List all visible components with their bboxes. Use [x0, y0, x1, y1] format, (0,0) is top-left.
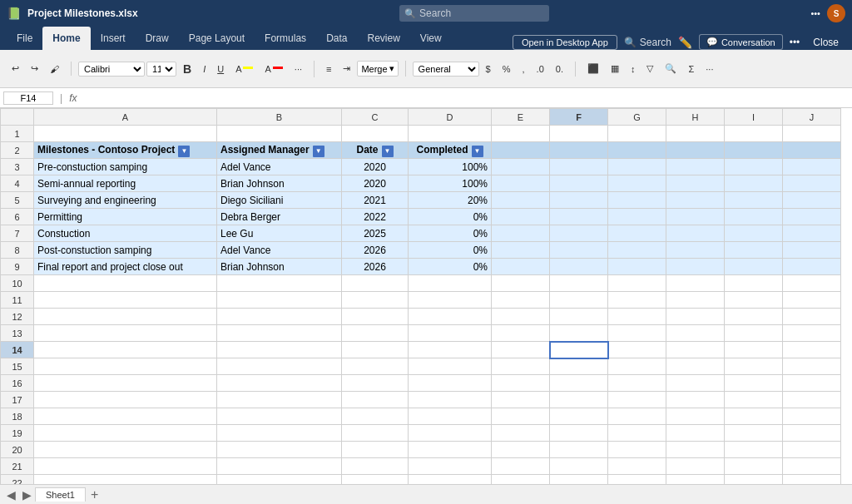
- cell-8-1[interactable]: Adel Vance: [217, 242, 342, 259]
- cell-18-1[interactable]: [217, 408, 342, 425]
- cell-8-0[interactable]: Post-constuction samping: [34, 242, 217, 259]
- search-tab[interactable]: 🔍 Search: [624, 37, 671, 48]
- cell-3-2[interactable]: 2020: [342, 159, 409, 175]
- cell-3-3[interactable]: 100%: [409, 159, 492, 175]
- cell-22-4[interactable]: [492, 475, 550, 485]
- cell-7-9[interactable]: [783, 225, 841, 242]
- col-header-g[interactable]: G: [608, 109, 666, 126]
- merge-btn[interactable]: Merge ▾: [357, 61, 398, 77]
- row-header-4[interactable]: 4: [1, 175, 34, 192]
- spreadsheet[interactable]: A B C D E F G H I J 12Milestones - Conto…: [0, 108, 852, 484]
- cell-19-1[interactable]: [217, 425, 342, 442]
- cell-6-9[interactable]: [783, 209, 841, 225]
- font-more-btn[interactable]: ···: [290, 62, 307, 76]
- cell-12-5[interactable]: [550, 309, 608, 325]
- cell-21-1[interactable]: [217, 458, 342, 475]
- cell-15-7[interactable]: [666, 358, 725, 375]
- cell-16-1[interactable]: [217, 375, 342, 392]
- format-painter-btn[interactable]: 🖌: [45, 62, 64, 76]
- more-options-btn[interactable]: •••: [810, 8, 820, 18]
- cell-21-9[interactable]: [783, 458, 841, 475]
- row-header-19[interactable]: 19: [1, 425, 34, 442]
- cell-12-2[interactable]: [342, 309, 409, 325]
- cell-8-3[interactable]: 0%: [409, 242, 492, 259]
- row-header-14[interactable]: 14: [1, 342, 34, 358]
- cell-22-2[interactable]: [342, 475, 409, 485]
- cell-7-6[interactable]: [608, 225, 666, 242]
- cell-6-3[interactable]: 0%: [409, 209, 492, 225]
- conversation-btn[interactable]: 💬 Conversation: [699, 34, 783, 50]
- cell-18-4[interactable]: [492, 408, 550, 425]
- decrease-decimal-btn[interactable]: 0.: [551, 62, 568, 76]
- cell-20-9[interactable]: [783, 442, 841, 458]
- cell-6-6[interactable]: [608, 209, 666, 225]
- filter-dropdown-b[interactable]: ▼: [313, 146, 324, 157]
- row-header-15[interactable]: 15: [1, 358, 34, 375]
- cell-7-0[interactable]: Constuction: [34, 225, 217, 242]
- cell-11-4[interactable]: [492, 292, 550, 309]
- sheet-nav-right-btn[interactable]: ▶: [19, 488, 35, 502]
- col-header-e[interactable]: E: [492, 109, 550, 126]
- fill-color-btn[interactable]: A: [230, 62, 258, 76]
- cell-21-6[interactable]: [608, 458, 666, 475]
- row-header-9[interactable]: 9: [1, 259, 34, 275]
- cell-9-4[interactable]: [492, 259, 550, 275]
- cell-21-8[interactable]: [725, 458, 783, 475]
- cell-2-9[interactable]: [783, 142, 841, 159]
- tab-draw[interactable]: Draw: [136, 27, 179, 50]
- cell-1-0[interactable]: [34, 126, 217, 142]
- cell-5-9[interactable]: [783, 192, 841, 209]
- row-header-22[interactable]: 22: [1, 475, 34, 485]
- cell-13-3[interactable]: [409, 325, 492, 342]
- find-btn[interactable]: 🔍: [660, 62, 681, 76]
- cell-1-2[interactable]: [342, 126, 409, 142]
- cell-11-8[interactable]: [725, 292, 783, 309]
- cell-6-4[interactable]: [492, 209, 550, 225]
- cell-5-4[interactable]: [492, 192, 550, 209]
- cell-10-7[interactable]: [666, 275, 725, 292]
- cell-14-7[interactable]: [666, 342, 725, 358]
- tab-page-layout[interactable]: Page Layout: [179, 27, 255, 50]
- filter-btn[interactable]: ▽: [641, 62, 658, 76]
- cell-9-2[interactable]: 2026: [342, 259, 409, 275]
- cell-4-7[interactable]: [666, 175, 725, 192]
- cell-11-7[interactable]: [666, 292, 725, 309]
- cell-2-1[interactable]: Assigned Manager▼: [217, 142, 342, 159]
- underline-btn[interactable]: U: [212, 62, 229, 76]
- cell-19-7[interactable]: [666, 425, 725, 442]
- cell-22-7[interactable]: [666, 475, 725, 485]
- cell-15-5[interactable]: [550, 358, 608, 375]
- cell-17-6[interactable]: [608, 392, 666, 408]
- col-header-d[interactable]: D: [409, 109, 492, 126]
- cell-12-9[interactable]: [783, 309, 841, 325]
- cell-13-5[interactable]: [550, 325, 608, 342]
- cell-15-6[interactable]: [608, 358, 666, 375]
- cell-14-8[interactable]: [725, 342, 783, 358]
- cell-2-2[interactable]: Date▼: [342, 142, 409, 159]
- more-ribbon-btn[interactable]: •••: [790, 37, 800, 48]
- cell-8-9[interactable]: [783, 242, 841, 259]
- cell-11-5[interactable]: [550, 292, 608, 309]
- italic-btn[interactable]: I: [198, 62, 211, 76]
- cell-4-5[interactable]: [550, 175, 608, 192]
- cell-10-4[interactable]: [492, 275, 550, 292]
- cell-14-5[interactable]: [550, 342, 608, 358]
- cell-7-3[interactable]: 0%: [409, 225, 492, 242]
- cell-20-3[interactable]: [409, 442, 492, 458]
- tab-file[interactable]: File: [7, 27, 42, 50]
- cell-18-0[interactable]: [34, 408, 217, 425]
- cell-1-8[interactable]: [725, 126, 783, 142]
- open-desktop-btn[interactable]: Open in Desktop App: [513, 35, 617, 50]
- cell-19-0[interactable]: [34, 425, 217, 442]
- redo-btn[interactable]: ↪: [26, 62, 43, 76]
- cell-13-6[interactable]: [608, 325, 666, 342]
- cell-6-8[interactable]: [725, 209, 783, 225]
- font-color-btn[interactable]: A: [260, 62, 287, 76]
- cell-10-2[interactable]: [342, 275, 409, 292]
- cell-1-9[interactable]: [783, 126, 841, 142]
- cell-22-6[interactable]: [608, 475, 666, 485]
- cell-11-6[interactable]: [608, 292, 666, 309]
- row-header-21[interactable]: 21: [1, 458, 34, 475]
- cell-1-3[interactable]: [409, 126, 492, 142]
- cell-6-7[interactable]: [666, 209, 725, 225]
